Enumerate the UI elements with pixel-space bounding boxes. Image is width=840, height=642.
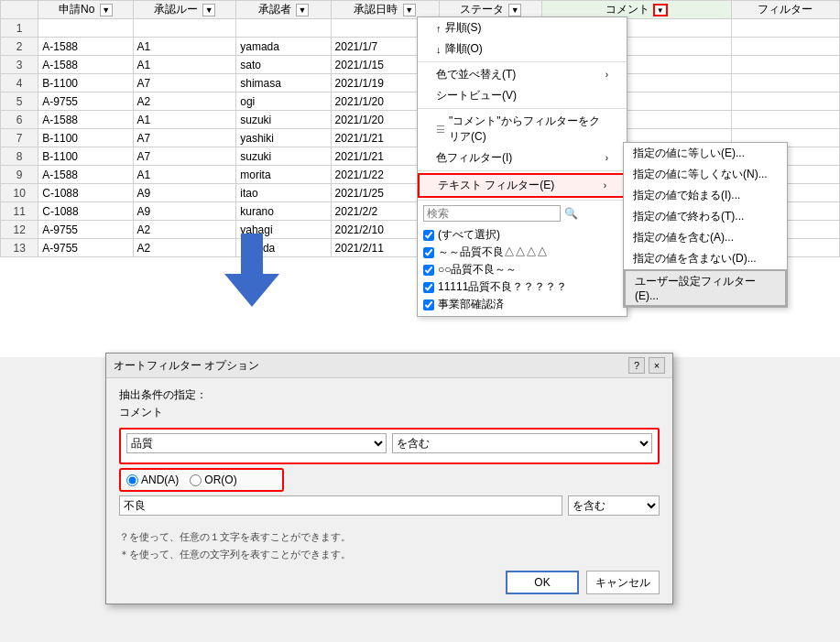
table-cell[interactable] — [38, 19, 133, 38]
table-cell[interactable]: A2 — [133, 239, 236, 257]
checklist-item[interactable]: (すべて選択) — [423, 226, 621, 244]
checklist-checkbox[interactable] — [423, 230, 434, 241]
table-cell[interactable]: A9 — [133, 184, 236, 202]
table-cell[interactable]: itao — [236, 184, 331, 202]
sort-desc-item[interactable]: ↓ 降順(O) — [418, 38, 627, 60]
table-cell[interactable]: A1 — [133, 111, 236, 129]
table-cell[interactable] — [731, 111, 839, 129]
table-cell[interactable] — [731, 74, 839, 92]
table-cell[interactable] — [731, 19, 839, 38]
ends-with-item[interactable]: 指定の値で終わる(T)... — [624, 206, 787, 227]
filter-value-1[interactable]: 品質 — [126, 433, 387, 453]
table-cell[interactable]: sato — [236, 56, 331, 74]
checklist-item[interactable]: 品質・・・不良・・・・ — [423, 313, 621, 316]
checklist-item[interactable]: 事業部確認済 — [423, 296, 621, 313]
checklist-checkbox[interactable] — [423, 247, 434, 258]
row-number-cell[interactable]: 3 — [1, 56, 38, 74]
starts-with-item[interactable]: 指定の値で始まる(I)... — [624, 185, 787, 206]
table-cell[interactable]: B-1100 — [38, 147, 133, 166]
row-number-cell[interactable]: 6 — [1, 111, 38, 129]
row-number-cell[interactable]: 8 — [1, 147, 38, 166]
ok-button[interactable]: OK — [506, 571, 579, 594]
table-cell[interactable]: suzuki — [236, 111, 331, 129]
row-number-cell[interactable]: 1 — [1, 19, 38, 38]
table-cell[interactable] — [731, 92, 839, 111]
checklist-item[interactable]: ～～品質不良△△△△ — [423, 244, 621, 261]
table-cell[interactable]: A2 — [133, 221, 236, 239]
or-radio[interactable] — [190, 474, 202, 486]
col-c-filter-btn[interactable]: ▼ — [296, 4, 309, 16]
table-cell[interactable]: B-1100 — [38, 129, 133, 147]
row-number-cell[interactable]: 10 — [1, 184, 38, 202]
table-cell[interactable]: A9 — [133, 202, 236, 221]
table-cell[interactable]: A-9755 — [38, 221, 133, 239]
row-number-cell[interactable]: 11 — [1, 202, 38, 221]
table-cell[interactable] — [133, 19, 236, 38]
table-cell[interactable]: A-1588 — [38, 38, 133, 56]
sheet-view-item[interactable]: シートビュー(V) — [418, 85, 627, 106]
color-sort-item[interactable]: 色で並べ替え(T) › — [418, 64, 627, 85]
search-input[interactable] — [423, 205, 561, 222]
row-number-cell[interactable]: 7 — [1, 129, 38, 147]
table-cell[interactable]: morita — [236, 166, 331, 184]
table-cell[interactable]: B-1100 — [38, 74, 133, 92]
table-cell[interactable]: A-9755 — [38, 239, 133, 257]
table-cell[interactable]: A-9755 — [38, 92, 133, 111]
table-cell[interactable]: A2 — [133, 92, 236, 111]
col-d-filter-btn[interactable]: ▼ — [403, 4, 416, 16]
table-cell[interactable]: shimasa — [236, 74, 331, 92]
equals-item[interactable]: 指定の値に等しい(E)... — [624, 143, 787, 164]
cancel-button[interactable]: キャンセル — [586, 571, 660, 594]
row-number-cell[interactable]: 2 — [1, 38, 38, 56]
custom-filter-item[interactable]: ユーザー設定フィルター(E)... — [624, 269, 787, 307]
or-option[interactable]: OR(O) — [190, 473, 236, 486]
dialog-help-btn[interactable]: ? — [628, 357, 645, 374]
row-number-cell[interactable]: 4 — [1, 74, 38, 92]
table-cell[interactable]: A-1588 — [38, 166, 133, 184]
table-cell[interactable]: A1 — [133, 38, 236, 56]
table-cell[interactable]: A7 — [133, 129, 236, 147]
checklist-checkbox[interactable] — [423, 282, 434, 293]
checklist-item[interactable]: 11111品質不良？？？？？ — [423, 278, 621, 296]
col-e-filter-btn[interactable]: ▼ — [508, 4, 521, 16]
not-contains-item[interactable]: 指定の値を含まない(D)... — [624, 248, 787, 269]
table-cell[interactable] — [731, 38, 839, 56]
table-cell[interactable]: kurano — [236, 202, 331, 221]
table-cell[interactable]: suzuki — [236, 147, 331, 166]
table-cell[interactable]: A1 — [133, 56, 236, 74]
table-cell[interactable]: yamada — [236, 38, 331, 56]
table-cell[interactable]: ogi — [236, 92, 331, 111]
table-cell[interactable]: A-1588 — [38, 111, 133, 129]
color-filter-item[interactable]: 色フィルター(I) › — [418, 147, 627, 169]
dialog-close-btn[interactable]: × — [649, 357, 665, 374]
text-filter-item[interactable]: テキスト フィルター(E) › — [418, 173, 627, 198]
row-number-cell[interactable]: 5 — [1, 92, 38, 111]
table-cell[interactable]: A-1588 — [38, 56, 133, 74]
table-cell[interactable]: A7 — [133, 147, 236, 166]
table-cell[interactable]: C-1088 — [38, 184, 133, 202]
col-b-filter-btn[interactable]: ▼ — [202, 4, 215, 16]
col-f-filter-btn[interactable]: ▼ — [653, 4, 668, 16]
table-cell[interactable] — [236, 19, 331, 38]
filter-value-2[interactable] — [119, 495, 562, 516]
checklist-checkbox[interactable] — [423, 299, 434, 310]
col-a-filter-btn[interactable]: ▼ — [100, 4, 113, 16]
table-cell[interactable]: A1 — [133, 166, 236, 184]
clear-filter-item[interactable]: ☰ "コメント"からフィルターをクリア(C) — [418, 111, 627, 147]
row-number-cell[interactable]: 13 — [1, 239, 38, 257]
table-cell[interactable]: A7 — [133, 74, 236, 92]
and-option[interactable]: AND(A) — [126, 473, 179, 486]
contains-item[interactable]: 指定の値を含む(A)... — [624, 227, 787, 248]
row-number-cell[interactable]: 12 — [1, 221, 38, 239]
sort-asc-item[interactable]: ↑ 昇順(S) — [418, 17, 627, 38]
checklist-item[interactable]: ○○品質不良～～ — [423, 261, 621, 278]
checklist-checkbox[interactable] — [423, 265, 434, 276]
table-cell[interactable]: C-1088 — [38, 202, 133, 221]
table-cell[interactable]: yashiki — [236, 129, 331, 147]
table-cell[interactable] — [731, 56, 839, 74]
filter-condition-1[interactable]: を含む を含まない で始まる で終わる — [392, 433, 652, 453]
row-number-cell[interactable]: 9 — [1, 166, 38, 184]
filter-condition-2[interactable]: を含む を含まない で始まる で終わる — [568, 495, 660, 516]
and-radio[interactable] — [126, 474, 138, 486]
not-equals-item[interactable]: 指定の値に等しくない(N)... — [624, 164, 787, 185]
